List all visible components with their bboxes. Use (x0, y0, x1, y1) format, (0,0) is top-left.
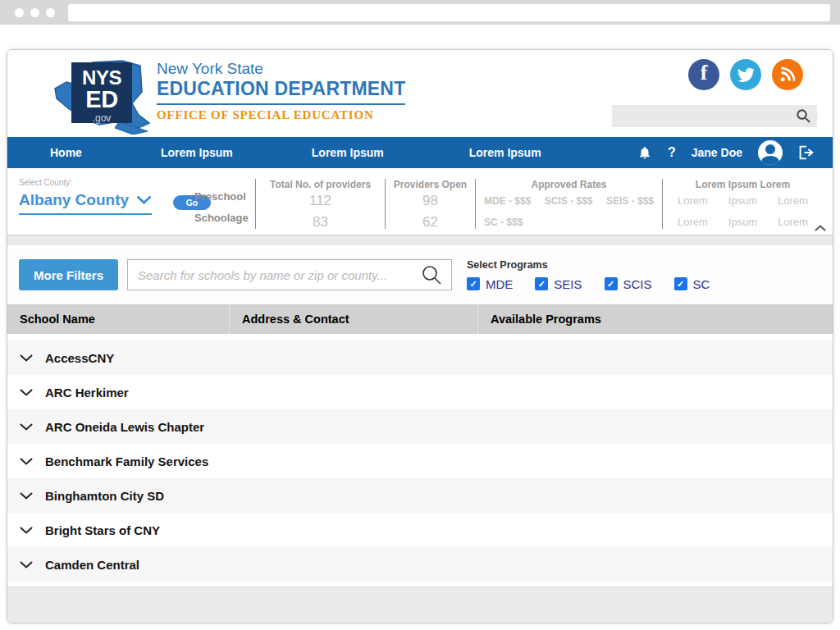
chevron-down-icon (20, 492, 33, 500)
table-row[interactable]: Benchmark Family Services (7, 444, 833, 478)
school-name: ARC Oneida Lewis Chapter (45, 420, 204, 434)
selected-county: Albany County (19, 191, 129, 209)
table-row[interactable]: AccessCNY (7, 340, 833, 375)
stat-col-lorem: Lorem Ipsum Lorem Lorem Ipsum Lorem Lore… (662, 179, 823, 229)
checked-checkbox-icon: ✓ (467, 277, 480, 290)
checked-checkbox-icon: ✓ (674, 277, 687, 290)
lorem-value: Ipsum (728, 190, 757, 212)
chevron-up-icon (815, 225, 826, 231)
table-row[interactable]: ARC Herkimer (7, 375, 833, 409)
site-header: NYS ED .gov New York State EDUCATION DEP… (7, 50, 833, 137)
county-stats-panel: Select County: Albany County Go Preschoo… (7, 168, 833, 235)
chevron-down-icon (20, 354, 33, 362)
checked-checkbox-icon: ✓ (535, 277, 548, 290)
school-search (127, 259, 452, 290)
col-header: Providers Open (386, 179, 475, 190)
program-checkbox-seis[interactable]: ✓ SEIS (535, 277, 582, 291)
col-header-address-contact: Address & Contact (229, 304, 477, 334)
bell-icon[interactable] (637, 145, 652, 160)
logo-gov-text: .gov (71, 113, 132, 123)
col-header-available-programs: Available Programs (477, 304, 833, 334)
browser-url-input[interactable] (68, 4, 830, 21)
rate-value: SC - $$$ (484, 212, 523, 233)
window-button-icon[interactable] (30, 8, 39, 17)
program-label: SEIS (554, 277, 582, 291)
nav-item-lorem3[interactable]: Lorem Ipsum (469, 146, 541, 159)
table-row[interactable]: Bright Stars of CNY (7, 513, 833, 547)
page-card: NYS ED .gov New York State EDUCATION DEP… (7, 49, 833, 623)
chevron-down-icon (137, 196, 151, 204)
brand-line1: New York State (157, 60, 405, 78)
school-list: AccessCNY ARC Herkimer ARC Oneida Lewis … (7, 340, 833, 582)
search-icon[interactable] (421, 264, 443, 286)
table-header-gap (7, 334, 833, 340)
select-programs-label: Select Programs (467, 259, 710, 271)
brand-line3: OFFICE OF SPECIAL EDUCATION (157, 108, 405, 122)
select-programs-group: Select Programs ✓ MDE ✓ SEIS ✓ SCIS ✓ SC (467, 259, 710, 291)
table-row[interactable]: ARC Oneida Lewis Chapter (7, 409, 833, 444)
program-label: SCIS (623, 277, 652, 291)
stats-row-labels: Preschool Schoolage (194, 179, 255, 229)
row-label-preschool: Preschool (194, 186, 255, 208)
header-search-icon[interactable] (796, 108, 811, 124)
window-button-icon[interactable] (15, 8, 24, 17)
school-name: Bright Stars of CNY (45, 523, 160, 537)
nav-item-lorem1[interactable]: Lorem Ipsum (161, 146, 233, 159)
table-header: School Name Address & Contact Available … (7, 304, 833, 334)
chevron-down-icon (20, 527, 33, 534)
footer-band (7, 587, 833, 623)
chevron-down-icon (20, 561, 33, 568)
nav-item-lorem2[interactable]: Lorem Ipsum (312, 146, 384, 159)
chevron-down-icon (20, 389, 33, 396)
chevron-down-icon (20, 423, 33, 431)
help-icon[interactable]: ? (668, 145, 676, 160)
table-row[interactable]: Camden Central (7, 547, 833, 582)
lorem-value: Ipsum (728, 212, 757, 233)
county-selector: Select County: Albany County Go (19, 178, 211, 215)
lorem-value: Lorem (778, 212, 808, 233)
divider-strip (7, 235, 833, 245)
lorem-value: Lorem (778, 190, 808, 212)
user-name[interactable]: Jane Doe (692, 146, 742, 159)
window-button-icon[interactable] (46, 8, 55, 17)
header-search-input[interactable] (612, 105, 796, 127)
school-name: AccessCNY (45, 351, 114, 365)
table-row[interactable]: Binghamton City SD (7, 478, 833, 513)
chevron-down-icon (20, 458, 33, 465)
nysed-logo[interactable]: NYS ED .gov (50, 54, 150, 135)
col-header: Lorem Ipsum Lorem (663, 179, 823, 190)
col-header-school-name: School Name (7, 304, 229, 334)
school-search-input[interactable] (128, 260, 421, 290)
more-filters-button[interactable]: More Filters (19, 259, 118, 290)
header-search (612, 105, 817, 127)
nav-item-home[interactable]: Home (50, 146, 82, 159)
stat-value: 112 (256, 190, 385, 212)
lorem-value: Lorem (678, 190, 708, 212)
logout-icon[interactable] (798, 145, 815, 160)
twitter-icon[interactable] (730, 59, 761, 90)
filters-bar: More Filters Select Programs ✓ MDE ✓ SEI… (7, 245, 833, 304)
lorem-value: Lorem (678, 212, 708, 233)
rss-icon[interactable] (772, 59, 803, 90)
stat-value: 98 (386, 190, 475, 212)
avatar[interactable] (758, 140, 783, 165)
school-name: Benchmark Family Services (45, 454, 208, 468)
program-checkbox-mde[interactable]: ✓ MDE (467, 277, 513, 291)
brand-line2: EDUCATION DEPARTMENT (157, 78, 405, 105)
rate-value: SCIS - $$$ (545, 190, 593, 212)
stat-col-total-providers: Total No. of providers 112 83 (255, 179, 385, 229)
county-dropdown[interactable]: Albany County (19, 191, 152, 215)
col-header: Total No. of providers (256, 179, 385, 190)
program-checkbox-sc[interactable]: ✓ SC (674, 277, 710, 291)
program-checkbox-scis[interactable]: ✓ SCIS (605, 277, 652, 291)
browser-chrome (0, 0, 840, 25)
col-header: Approved Rates (476, 179, 662, 190)
stat-value: 62 (386, 212, 475, 233)
school-name: ARC Herkimer (45, 386, 129, 399)
collapse-panel-button[interactable] (815, 221, 826, 234)
program-label: MDE (486, 277, 513, 291)
select-county-label: Select County: (19, 178, 211, 187)
program-label: SC (693, 277, 710, 291)
nav-right: ? Jane Doe (637, 140, 833, 165)
facebook-icon[interactable]: f (688, 59, 719, 90)
